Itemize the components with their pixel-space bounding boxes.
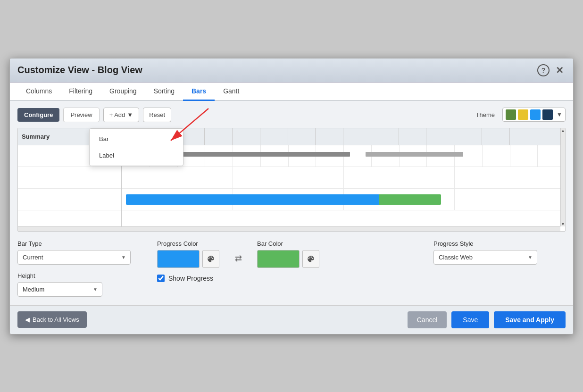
back-button-label: Back to All Views bbox=[33, 316, 79, 323]
save-button[interactable]: Save bbox=[451, 311, 489, 328]
gantt-bar-green bbox=[379, 194, 441, 205]
cancel-button[interactable]: Cancel bbox=[408, 311, 447, 328]
progress-color-swatch-row bbox=[157, 250, 219, 268]
scroll-up-arrow[interactable]: ▲ bbox=[561, 128, 565, 133]
dialog-title: Customize View - Blog View bbox=[17, 65, 142, 75]
theme-dropdown-arrow[interactable]: ▼ bbox=[557, 111, 562, 118]
theme-swatch-yellow[interactable] bbox=[518, 109, 528, 120]
tab-columns[interactable]: Columns bbox=[17, 83, 60, 101]
save-and-apply-button[interactable]: Save and Apply bbox=[494, 311, 566, 328]
dropdown-label-item[interactable]: Label bbox=[90, 147, 183, 164]
height-group: Height Small Medium Large bbox=[17, 272, 150, 297]
gantt-right-pane bbox=[122, 128, 565, 227]
help-icon[interactable]: ? bbox=[537, 64, 550, 76]
gantt-row-1-content bbox=[122, 145, 565, 167]
gantt-column-headers bbox=[122, 128, 565, 145]
tabs-bar: Columns Filtering Grouping Sorting Bars … bbox=[10, 83, 573, 101]
theme-label: Theme bbox=[476, 111, 495, 118]
gantt-row-3-content bbox=[122, 189, 565, 210]
theme-swatch-blue[interactable] bbox=[530, 109, 541, 120]
progress-style-label: Progress Style bbox=[433, 240, 566, 247]
show-progress-label[interactable]: Show Progress bbox=[168, 275, 213, 282]
bar-color-label: Bar Color bbox=[257, 240, 319, 247]
bar-color-box[interactable] bbox=[257, 250, 300, 268]
height-select-wrap[interactable]: Small Medium Large bbox=[17, 282, 102, 297]
theme-swatch-green[interactable] bbox=[506, 109, 516, 120]
add-button[interactable]: + Add ▼ bbox=[103, 108, 140, 122]
progress-color-box[interactable] bbox=[157, 250, 200, 268]
middle-controls: Progress Color ⇄ bbox=[157, 240, 426, 297]
footer: ◀ Back to All Views Cancel Save Save and… bbox=[10, 305, 573, 334]
configure-button[interactable]: Configure bbox=[17, 108, 59, 122]
vertical-scrollbar[interactable]: ▲ ▼ bbox=[560, 128, 565, 226]
back-arrow-icon: ◀ bbox=[25, 316, 30, 323]
main-content: Configure Preview + Add ▼ Reset Bar Labe… bbox=[10, 101, 573, 305]
bar-type-select[interactable]: Current Baseline Slack bbox=[17, 250, 131, 265]
show-progress-checkbox[interactable] bbox=[157, 275, 165, 282]
summary-bar-gray-2 bbox=[366, 152, 463, 157]
bar-color-picker-btn[interactable] bbox=[302, 250, 319, 268]
progress-color-picker-btn[interactable] bbox=[202, 250, 219, 268]
bar-color-picker-icon bbox=[307, 255, 315, 263]
progress-style-select-wrap[interactable]: Classic Web Modern Stripe bbox=[433, 250, 537, 265]
reset-button[interactable]: Reset bbox=[143, 108, 171, 122]
gantt-row-2-content bbox=[122, 167, 565, 189]
customize-view-dialog: Customize View - Blog View ? ✕ Columns F… bbox=[9, 58, 574, 334]
controls-area: Bar Type Current Baseline Slack Height bbox=[17, 238, 566, 299]
progress-style-group: Progress Style Classic Web Modern Stripe bbox=[433, 240, 566, 265]
bar-type-select-wrap[interactable]: Current Baseline Slack bbox=[17, 250, 131, 265]
title-bar-icons: ? ✕ bbox=[537, 64, 566, 76]
tab-grouping[interactable]: Grouping bbox=[101, 83, 145, 101]
preview-button[interactable]: Preview bbox=[63, 108, 99, 122]
close-icon[interactable]: ✕ bbox=[553, 64, 566, 76]
theme-swatch-dark[interactable] bbox=[542, 109, 553, 120]
theme-swatches[interactable]: ▼ bbox=[502, 108, 566, 122]
height-select[interactable]: Small Medium Large bbox=[17, 282, 102, 297]
gantt-row-2-label bbox=[18, 167, 121, 189]
tab-gantt[interactable]: Gantt bbox=[215, 83, 248, 101]
horizontal-scrollbar[interactable] bbox=[18, 226, 560, 231]
bar-type-label: Bar Type bbox=[17, 240, 150, 247]
progress-color-label: Progress Color bbox=[157, 240, 219, 247]
toolbar-row: Configure Preview + Add ▼ Reset Bar Labe… bbox=[17, 108, 566, 122]
tab-bars[interactable]: Bars bbox=[183, 83, 215, 101]
left-controls: Bar Type Current Baseline Slack Height bbox=[17, 240, 150, 297]
gantt-bar-blue bbox=[126, 194, 379, 205]
right-controls: Progress Style Classic Web Modern Stripe bbox=[433, 240, 566, 297]
color-picker-icon bbox=[207, 255, 215, 263]
progress-style-select[interactable]: Classic Web Modern Stripe bbox=[433, 250, 537, 265]
show-progress-row: Show Progress bbox=[157, 275, 426, 282]
height-label: Height bbox=[17, 272, 150, 279]
tab-sorting[interactable]: Sorting bbox=[145, 83, 183, 101]
bar-type-group: Bar Type Current Baseline Slack bbox=[17, 240, 150, 265]
bar-color-group: Bar Color bbox=[257, 240, 319, 268]
add-button-label: + Add bbox=[109, 111, 125, 118]
bar-color-swatch-row bbox=[257, 250, 319, 268]
add-dropdown-arrow: ▼ bbox=[127, 111, 133, 118]
color-row: Progress Color ⇄ bbox=[157, 240, 426, 268]
progress-color-group: Progress Color bbox=[157, 240, 219, 268]
add-dropdown-menu: Bar Label bbox=[89, 128, 183, 166]
tab-filtering[interactable]: Filtering bbox=[60, 83, 101, 101]
dropdown-bar-item[interactable]: Bar bbox=[90, 131, 183, 147]
back-to-all-views-button[interactable]: ◀ Back to All Views bbox=[17, 311, 87, 328]
footer-right: Cancel Save Save and Apply bbox=[408, 311, 566, 328]
title-bar: Customize View - Blog View ? ✕ bbox=[10, 58, 573, 83]
scroll-down-arrow[interactable]: ▼ bbox=[561, 222, 565, 226]
swap-colors-button[interactable]: ⇄ bbox=[231, 251, 246, 266]
gantt-row-3-label bbox=[18, 189, 121, 210]
